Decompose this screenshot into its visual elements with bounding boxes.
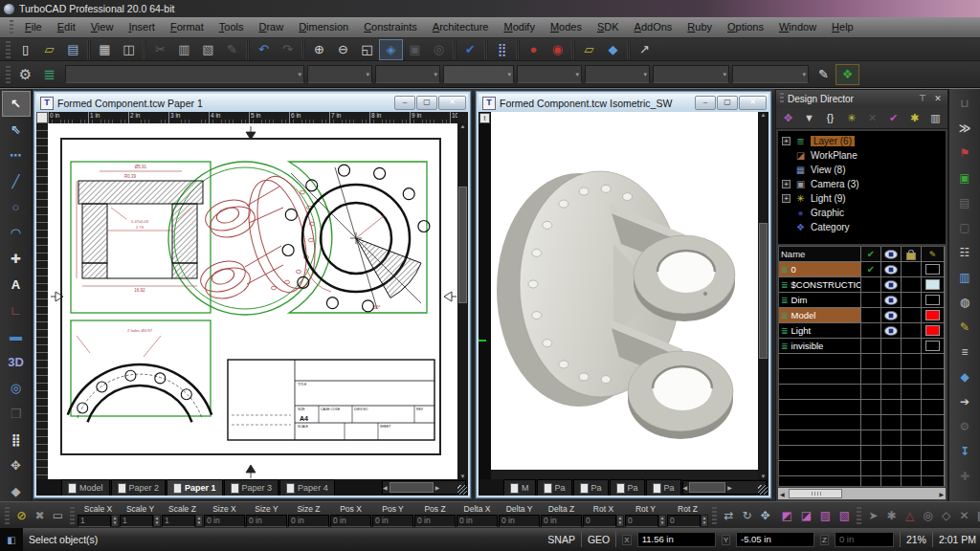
dd-new-item-icon[interactable]: ✳ xyxy=(841,108,861,127)
y-coordinate-input[interactable]: -5.05 in xyxy=(736,532,814,547)
toolbar-icon[interactable] xyxy=(627,40,631,59)
menu-item[interactable]: Dimension xyxy=(291,17,356,37)
menu-item[interactable]: SDK xyxy=(590,17,627,37)
zoom-window-icon[interactable]: ◱ xyxy=(355,39,379,60)
layer-color-swatch[interactable] xyxy=(925,325,940,336)
sheet-tab[interactable]: Paper 2 xyxy=(111,479,167,496)
toolbar-icon[interactable] xyxy=(246,40,250,59)
tree-item[interactable]: ◪ WorkPlane xyxy=(782,148,946,163)
menu-item[interactable]: Draw xyxy=(251,17,291,37)
snap-grid-tool[interactable]: ⣿ xyxy=(2,427,31,452)
red-shape-icon[interactable]: ◉ xyxy=(546,39,569,60)
intersection-snap-icon[interactable]: ✕ xyxy=(955,506,973,525)
menu-item[interactable]: Architecture xyxy=(425,17,497,37)
ruler-corner[interactable] xyxy=(36,112,48,123)
resize-grip[interactable] xyxy=(758,485,768,495)
field-input[interactable]: 0 xyxy=(625,515,658,527)
scroll-right-icon[interactable]: ▶ xyxy=(435,484,440,491)
properties-panel-icon[interactable]: ▭ xyxy=(49,506,67,525)
grid-snap-icon[interactable]: ▦ xyxy=(973,506,980,525)
snap-toggle[interactable]: SNAP xyxy=(547,534,575,545)
rt-gears-icon[interactable]: ⚙ xyxy=(950,414,979,439)
0[interactable]: ≣0 ✔ xyxy=(779,262,945,277)
field-input[interactable]: 0 in xyxy=(541,515,582,527)
scroll-up-icon[interactable]: ▲ xyxy=(460,123,466,129)
active-style-icon[interactable]: ❖ xyxy=(835,64,859,85)
menu-item[interactable]: Window xyxy=(771,17,824,37)
doc2-canvas[interactable] xyxy=(491,112,760,470)
lock-column-icon[interactable] xyxy=(906,253,916,260)
vertex-snap-icon[interactable]: ✱ xyxy=(882,506,901,525)
visibility-column-icon[interactable] xyxy=(884,250,898,259)
prism-tool[interactable]: ◆ xyxy=(2,478,31,504)
spinner[interactable]: ▴▾ xyxy=(153,515,161,527)
scroll-thumb[interactable] xyxy=(789,489,842,498)
zoom-in-icon[interactable]: ⊕ xyxy=(307,39,331,60)
color-column-icon[interactable]: ✎ xyxy=(929,250,937,259)
3d-rotate-tool[interactable]: 3D xyxy=(2,349,31,375)
sheet-tab[interactable]: Paper 4 xyxy=(279,479,335,496)
title-bar[interactable]: TurboCAD Professional 20.0 64-bit xyxy=(0,0,980,17)
clear-selection-icon[interactable]: ✖ xyxy=(31,506,49,525)
rt-screw-icon[interactable]: ↧ xyxy=(950,439,979,464)
scroll-thumb[interactable] xyxy=(458,187,467,303)
restore-button[interactable]: ▢ xyxy=(717,96,738,110)
selection-info-icon[interactable]: ⣿ xyxy=(490,39,514,60)
dd-properties-icon[interactable]: ▥ xyxy=(925,108,946,127)
circle-tool[interactable]: ○ xyxy=(2,194,31,220)
scroll-left-icon[interactable]: ◀ xyxy=(383,484,388,491)
field-input[interactable]: 0 in xyxy=(372,515,413,527)
rt-redline-icon[interactable]: ⚑ xyxy=(950,141,979,165)
dimension-tool[interactable]: ∟ xyxy=(2,298,31,323)
toolbar-grip[interactable] xyxy=(6,41,11,58)
tree-item[interactable]: ❖ Category xyxy=(782,220,946,234)
layer-visibility-eye[interactable] xyxy=(884,326,898,336)
toolbar-icon[interactable] xyxy=(453,40,457,59)
select-mode-face-icon[interactable]: ▨ xyxy=(816,506,835,525)
expand-icon[interactable]: + xyxy=(782,194,791,203)
rt-stack-icon[interactable]: ≡ xyxy=(950,340,979,364)
zoom-out-icon[interactable]: ⊖ xyxy=(331,39,355,60)
center-snap-icon[interactable]: ◎ xyxy=(919,506,937,525)
edit-style-pencil-icon[interactable]: ✎ xyxy=(812,64,835,85)
text-tool[interactable]: A xyxy=(2,272,31,298)
menu-item[interactable]: Tools xyxy=(212,17,252,37)
layer-visibility-eye[interactable] xyxy=(884,265,898,275)
rt-stamp-icon[interactable]: ▤ xyxy=(950,190,979,215)
node-edit-tool[interactable]: ⇖ xyxy=(2,117,31,143)
spinner[interactable]: ▴▾ xyxy=(616,515,624,527)
sheet-tab[interactable]: Pa xyxy=(646,479,681,496)
undo-icon[interactable]: ↶ xyxy=(252,39,276,60)
layer-color-swatch[interactable] xyxy=(925,295,940,305)
toolbar-grip[interactable] xyxy=(6,66,11,83)
menu-item[interactable]: Ruby xyxy=(679,17,720,37)
field-input[interactable]: 0 in xyxy=(457,515,498,527)
layer-color-swatch[interactable] xyxy=(925,264,940,275)
prop-combo-2[interactable]: ▾ xyxy=(307,65,372,83)
field-input[interactable]: 0 in xyxy=(246,515,287,527)
toolbar-icon[interactable] xyxy=(571,40,575,59)
save-icon[interactable]: ▤ xyxy=(61,39,85,60)
check-column-icon[interactable]: ✔ xyxy=(867,249,875,259)
field-input[interactable]: 0 xyxy=(667,515,701,527)
menu-item[interactable]: Constraints xyxy=(356,17,425,37)
geo-toggle[interactable]: GEO xyxy=(588,534,610,545)
tree-item[interactable]: ● Graphic xyxy=(782,206,946,220)
prop-combo-style[interactable]: ▾ xyxy=(65,65,304,83)
layers-stack-icon[interactable]: ≣ xyxy=(37,64,61,85)
open-model-icon[interactable]: ▱ xyxy=(577,39,601,60)
rt-lamp-icon[interactable]: ◍ xyxy=(950,290,979,315)
select-mode-2d-icon[interactable]: ◩ xyxy=(778,506,796,525)
doc1-horizontal-scrollbar[interactable]: ◀ ▶ xyxy=(382,480,466,495)
sheet-tab[interactable]: Pa xyxy=(537,479,572,496)
orbit-camera-tool[interactable]: ◎ xyxy=(2,375,31,401)
layer-lock-cell[interactable] xyxy=(902,293,922,307)
scroll-right-icon[interactable]: ▶ xyxy=(939,491,944,497)
pin-icon[interactable]: ⊤ xyxy=(917,94,928,103)
paste-icon[interactable]: ▧ xyxy=(196,39,220,60)
toolbar-icon[interactable] xyxy=(143,40,146,59)
spellcheck-icon[interactable]: ✔ xyxy=(458,39,482,60)
scroll-left-icon[interactable]: ◀ xyxy=(683,484,688,491)
rt-gem-icon[interactable]: ◆ xyxy=(950,364,979,389)
rt-rays-icon[interactable]: ≫ xyxy=(950,116,979,141)
